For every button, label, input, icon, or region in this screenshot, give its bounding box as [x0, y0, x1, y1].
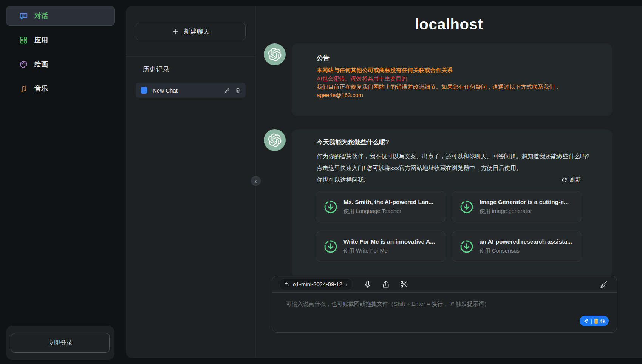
login-button[interactable]: 立即登录 — [11, 333, 110, 353]
scissors-icon — [400, 280, 408, 288]
suggestion-title: Write For Me is an innovative A... — [343, 238, 435, 245]
suggestion-grid: Ms. Smith, the AI-powered Lan... 使用 Lang… — [317, 191, 589, 262]
palette-icon — [19, 60, 28, 69]
model-label: o1-mini-2024-09-12 — [293, 281, 342, 287]
download-circle-icon — [323, 199, 338, 214]
login-card: 立即登录 — [6, 326, 114, 360]
refresh-icon — [562, 177, 567, 183]
assistant-avatar — [264, 43, 286, 65]
content-shell: 新建聊天 历史记录 New Chat — [126, 6, 642, 358]
announcement-line: AI也会犯错。请勿将其用于重要目的 — [317, 74, 589, 83]
clear-context-button[interactable] — [599, 280, 608, 289]
trash-icon — [235, 88, 241, 93]
sidebar-item-label: 对话 — [34, 11, 48, 20]
chat-color-icon — [141, 87, 147, 94]
send-plane-icon — [583, 318, 589, 324]
broom-icon — [599, 280, 608, 289]
history-item-title: New Chat — [153, 87, 178, 94]
composer-tools — [364, 280, 408, 288]
sidebar: 对话 应用 绘画 — [0, 0, 121, 364]
contact-email-link[interactable]: ageerle@163.com — [317, 91, 589, 99]
edit-chat-button[interactable] — [224, 88, 230, 93]
suggestion-subtitle: 使用 Language Teacher — [343, 208, 433, 215]
announcement-title: 公告 — [317, 54, 589, 62]
download-circle-icon — [323, 239, 338, 254]
suggestion-subtitle: 使用 Consensus — [480, 247, 572, 254]
message-list: 公告 本网站与任何其他公司或商标没有任何关联或合作关系 AI也会犯错。请勿将其用… — [256, 33, 642, 276]
composer-input-area: | 4k — [272, 293, 617, 332]
welcome-title: 今天我能为您做些什么呢? — [317, 138, 589, 147]
music-note-icon — [19, 84, 28, 93]
download-circle-icon — [459, 199, 474, 214]
download-circle-icon — [459, 239, 474, 254]
token-battery-icon — [594, 319, 598, 324]
chevron-left-icon: ‹ — [255, 178, 257, 184]
collapse-panel-button[interactable]: ‹ — [251, 176, 261, 186]
openai-logo-icon — [268, 47, 282, 62]
welcome-body: 作为你的智慧伙伴，我不仅可以写文案、出点子，还可以和你聊天、回答问题。想知道我还… — [317, 150, 589, 174]
announcement-card: 公告 本网站与任何其他公司或商标没有任何关联或合作关系 AI也会犯错。请勿将其用… — [292, 43, 612, 116]
assistant-avatar — [264, 129, 286, 151]
hint-row: 你也可以这样问我: 刷新 — [317, 174, 581, 186]
sparkle-icon — [284, 281, 290, 287]
suggestion-title: an AI-powered research assista... — [480, 238, 572, 245]
app-root: 对话 应用 绘画 — [0, 0, 642, 364]
chevron-right-icon: › — [345, 281, 347, 287]
chat-list-panel: 新建聊天 历史记录 New Chat — [126, 6, 256, 358]
openai-logo-icon — [268, 133, 282, 147]
grid-icon — [19, 36, 28, 45]
plus-icon — [172, 28, 179, 35]
suggestion-card[interactable]: Write For Me is an innovative A... 使用 Wr… — [317, 231, 445, 262]
chat-main: localhost 公告 本网站与任何其他公司或商标没有任何关联或合作关系 AI… — [256, 6, 642, 358]
mic-icon — [364, 280, 372, 288]
sidebar-item-draw[interactable]: 绘画 — [6, 54, 115, 74]
suggestion-subtitle: 使用 image generator — [480, 208, 569, 215]
announcement-line: 本网站与任何其他公司或商标没有任何关联或合作关系 — [317, 66, 589, 74]
sidebar-item-label: 音乐 — [34, 84, 48, 93]
send-button[interactable]: | 4k — [580, 316, 609, 326]
prompt-textarea[interactable] — [272, 293, 617, 332]
new-chat-button[interactable]: 新建聊天 — [136, 23, 246, 40]
upload-icon — [382, 280, 390, 288]
refresh-button[interactable]: 刷新 — [562, 176, 581, 184]
refresh-label: 刷新 — [570, 176, 581, 184]
sidebar-item-music[interactable]: 音乐 — [6, 79, 115, 98]
scissors-button[interactable] — [400, 280, 408, 288]
history-title: 历史记录 — [142, 65, 246, 74]
pencil-icon — [224, 88, 230, 93]
sidebar-item-label: 绘画 — [34, 60, 48, 69]
ask-hint: 你也可以这样问我: — [317, 176, 365, 184]
sidebar-item-chat[interactable]: 对话 — [6, 6, 115, 26]
suggestion-card[interactable]: an AI-powered research assista... 使用 Con… — [453, 231, 581, 262]
suggestion-title: Image Generator is a cutting-e... — [480, 199, 569, 205]
send-separator: | — [591, 318, 592, 324]
suggestion-card[interactable]: Image Generator is a cutting-e... 使用 ima… — [453, 191, 581, 222]
sidebar-item-apps[interactable]: 应用 — [6, 30, 115, 50]
upload-button[interactable] — [382, 280, 390, 288]
token-count-badge: 4k — [600, 318, 605, 324]
announcement-line: 我们目前正在修复我们网站上的错误并改进细节。如果您有任何疑问，请通过以下方式联系… — [317, 83, 589, 91]
model-selector-button[interactable]: o1-mini-2024-09-12 › — [280, 279, 351, 290]
suggestion-subtitle: 使用 Write For Me — [343, 247, 435, 254]
welcome-card: 今天我能为您做些什么呢? 作为你的智慧伙伴，我不仅可以写文案、出点子，还可以和你… — [292, 129, 612, 276]
mic-button[interactable] — [364, 280, 372, 288]
message-row: 公告 本网站与任何其他公司或商标没有任何关联或合作关系 AI也会犯错。请勿将其用… — [264, 43, 612, 116]
page-title: localhost — [256, 16, 642, 33]
message-row: 今天我能为您做些什么呢? 作为你的智慧伙伴，我不仅可以写文案、出点子，还可以和你… — [264, 129, 612, 276]
composer-toolbar: o1-mini-2024-09-12 › — [272, 276, 617, 293]
composer: o1-mini-2024-09-12 › — [272, 276, 617, 333]
history-item[interactable]: New Chat — [136, 83, 246, 98]
suggestion-card[interactable]: Ms. Smith, the AI-powered Lan... 使用 Lang… — [317, 191, 445, 222]
panel-divider — [126, 56, 255, 57]
history-item-actions — [224, 88, 241, 93]
suggestion-title: Ms. Smith, the AI-powered Lan... — [343, 199, 433, 205]
sidebar-item-label: 应用 — [34, 35, 48, 45]
delete-chat-button[interactable] — [235, 88, 241, 93]
new-chat-label: 新建聊天 — [184, 27, 210, 36]
chat-bubble-icon — [19, 12, 28, 20]
